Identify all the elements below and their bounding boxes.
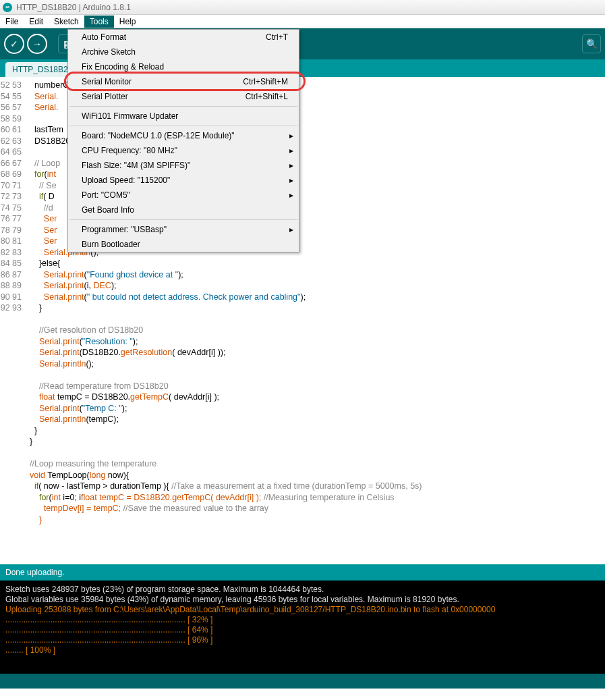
separator — [69, 106, 297, 107]
line-gutter: 52 53 54 55 56 57 58 59 60 61 62 63 64 6… — [0, 77, 26, 564]
menu-burn-bootloader[interactable]: Burn Bootloader — [68, 237, 299, 252]
console-line: Global variables use 35984 bytes (43%) o… — [5, 595, 600, 605]
sketch-tab[interactable]: HTTP_DS18B2 — [5, 62, 78, 77]
menu-help[interactable]: Help — [114, 16, 142, 28]
serial-monitor-button[interactable]: 🔍 — [582, 34, 601, 53]
footer-bar — [0, 674, 605, 689]
submenu-arrow-icon: ▸ — [289, 146, 293, 155]
console-line: Sketch uses 248937 bytes (23%) of progra… — [5, 585, 600, 595]
console-progress: ........................................… — [5, 625, 600, 635]
separator — [69, 126, 297, 126]
arduino-icon: ∞ — [3, 3, 12, 12]
menu-serial-plotter[interactable]: Serial PlotterCtrl+Shift+L — [68, 89, 299, 104]
menu-bar: File Edit Sketch Tools Help — [0, 15, 605, 28]
menu-upload-speed[interactable]: Upload Speed: "115200"▸ — [68, 173, 299, 188]
window-title-bar: ∞ HTTP_DS18B20 | Arduino 1.8.1 — [0, 0, 605, 15]
menu-file[interactable]: File — [0, 16, 24, 28]
menu-tools[interactable]: Tools — [84, 16, 114, 28]
menu-edit[interactable]: Edit — [24, 16, 49, 28]
menu-sketch[interactable]: Sketch — [49, 16, 84, 28]
output-console: Sketch uses 248937 bytes (23%) of progra… — [0, 581, 605, 674]
upload-button[interactable]: → — [27, 34, 47, 54]
console-line: Uploading 253088 bytes from C:\Users\are… — [5, 605, 600, 615]
menu-wifi-updater[interactable]: WiFi101 Firmware Updater — [68, 109, 299, 124]
console-progress: ........................................… — [5, 635, 600, 645]
menu-cpu-frequency[interactable]: CPU Frequency: "80 MHz"▸ — [68, 143, 299, 158]
tools-menu-dropdown: Auto FormatCtrl+T Archive Sketch Fix Enc… — [67, 29, 299, 252]
status-text: Done uploading. — [5, 568, 64, 577]
submenu-arrow-icon: ▸ — [289, 225, 293, 234]
status-bar: Done uploading. — [0, 564, 605, 581]
menu-archive-sketch[interactable]: Archive Sketch — [68, 45, 299, 59]
submenu-arrow-icon: ▸ — [289, 131, 293, 140]
menu-programmer[interactable]: Programmer: "USBasp"▸ — [68, 222, 299, 237]
submenu-arrow-icon: ▸ — [289, 161, 293, 170]
submenu-arrow-icon: ▸ — [289, 190, 293, 200]
submenu-arrow-icon: ▸ — [289, 176, 293, 185]
menu-port[interactable]: Port: "COM5"▸ — [68, 188, 299, 203]
verify-button[interactable]: ✓ — [4, 34, 24, 54]
menu-flash-size[interactable]: Flash Size: "4M (3M SPIFFS)"▸ — [68, 158, 299, 173]
menu-serial-monitor[interactable]: Serial MonitorCtrl+Shift+M — [68, 74, 299, 89]
menu-fix-encoding[interactable]: Fix Encoding & Reload — [68, 59, 299, 74]
menu-auto-format[interactable]: Auto FormatCtrl+T — [68, 30, 299, 45]
console-progress: ........ [ 100% ] — [5, 645, 600, 655]
console-progress: ........................................… — [5, 615, 600, 625]
menu-board-info[interactable]: Get Board Info — [68, 203, 299, 217]
window-title: HTTP_DS18B20 | Arduino 1.8.1 — [16, 3, 131, 12]
menu-board[interactable]: Board: "NodeMCU 1.0 (ESP-12E Module)"▸ — [68, 128, 299, 143]
separator — [69, 219, 297, 220]
